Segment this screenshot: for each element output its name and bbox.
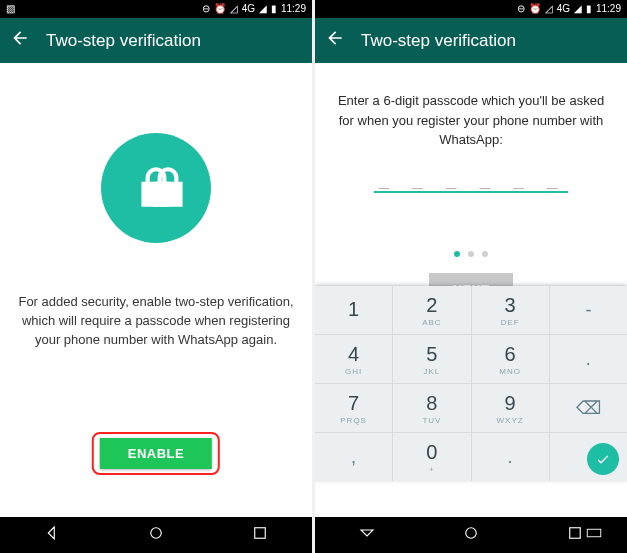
svg-point-2 — [466, 528, 477, 539]
battery-icon: ▮ — [586, 4, 592, 14]
title-bar: Two-step verification — [315, 18, 627, 63]
key-6[interactable]: 6MNO — [472, 335, 550, 383]
key-backspace[interactable]: ⌫ — [550, 384, 627, 432]
svg-point-0 — [151, 528, 162, 539]
signal-icon-2: ◢ — [259, 4, 267, 14]
nav-back-down-icon[interactable] — [338, 518, 396, 552]
passcode-input[interactable]: _ _ _ _ _ _ — [374, 168, 567, 193]
key-period[interactable]: . — [550, 335, 627, 383]
picture-icon: ▧ — [6, 4, 15, 14]
phone-screen-2: ⊖ ⏰ ◿ 4G ◢ ▮ 11:29 Two-step verification… — [315, 0, 627, 553]
android-nav-bar — [0, 517, 312, 553]
key-3[interactable]: 3DEF — [472, 286, 550, 334]
signal-icon: ◿ — [545, 4, 553, 14]
key-7[interactable]: 7PRQS — [315, 384, 393, 432]
svg-rect-4 — [587, 529, 601, 537]
signal-icon: ◿ — [230, 4, 238, 14]
numeric-keypad: 1 2ABC 3DEF - 4GHI 5JKL 6MNO . 7PRQS 8TU… — [315, 286, 627, 481]
step-dot-2 — [468, 251, 474, 257]
nav-home-icon[interactable] — [127, 518, 185, 552]
dnd-icon: ⊖ — [202, 4, 210, 14]
key-dash[interactable]: - — [550, 286, 627, 334]
step-dot-1 — [454, 251, 460, 257]
back-icon[interactable] — [10, 28, 30, 53]
network-label: 4G — [242, 4, 255, 14]
nav-recent-icon[interactable] — [231, 518, 289, 552]
lock-illustration — [101, 133, 211, 243]
nav-keyboard-icon[interactable] — [565, 518, 623, 552]
content-area: For added security, enable two-step veri… — [0, 63, 312, 517]
check-icon — [595, 451, 611, 467]
enable-button[interactable]: ENABLE — [100, 438, 212, 469]
title-bar: Two-step verification — [0, 18, 312, 63]
battery-icon: ▮ — [271, 4, 277, 14]
step-indicator — [454, 251, 488, 257]
status-bar: ⊖ ⏰ ◿ 4G ◢ ▮ 11:29 — [315, 0, 627, 18]
page-title: Two-step verification — [46, 31, 201, 51]
alarm-icon: ⏰ — [529, 4, 541, 14]
key-1[interactable]: 1 — [315, 286, 393, 334]
clock-label: 11:29 — [596, 4, 621, 14]
android-nav-bar — [315, 517, 627, 553]
dnd-icon: ⊖ — [517, 4, 525, 14]
status-bar: ▧ ⊖ ⏰ ◿ 4G ◢ ▮ 11:29 — [0, 0, 312, 18]
step-dot-3 — [482, 251, 488, 257]
key-2[interactable]: 2ABC — [393, 286, 471, 334]
key-8[interactable]: 8TUV — [393, 384, 471, 432]
network-label: 4G — [557, 4, 570, 14]
lock-shadow-icon — [143, 163, 193, 213]
svg-rect-1 — [255, 528, 266, 539]
key-comma[interactable]: , — [315, 433, 393, 481]
key-4[interactable]: 4GHI — [315, 335, 393, 383]
clock-label: 11:29 — [281, 4, 306, 14]
instruction-text: Enter a 6-digit passcode which you'll be… — [315, 91, 627, 150]
phone-screen-1: ▧ ⊖ ⏰ ◿ 4G ◢ ▮ 11:29 Two-step verificati… — [0, 0, 312, 553]
key-0[interactable]: 0+ — [393, 433, 471, 481]
key-9[interactable]: 9WXYZ — [472, 384, 550, 432]
nav-back-icon[interactable] — [23, 518, 81, 552]
nav-home-icon[interactable] — [442, 518, 500, 552]
key-5[interactable]: 5JKL — [393, 335, 471, 383]
alarm-icon: ⏰ — [214, 4, 226, 14]
content-area: Enter a 6-digit passcode which you'll be… — [315, 63, 627, 517]
signal-icon-2: ◢ — [574, 4, 582, 14]
back-icon[interactable] — [325, 28, 345, 53]
confirm-fab[interactable] — [587, 443, 619, 475]
description-text: For added security, enable two-step veri… — [0, 293, 312, 350]
key-dot[interactable]: . — [472, 433, 550, 481]
enable-highlight: ENABLE — [92, 432, 220, 475]
key-confirm[interactable] — [550, 433, 627, 481]
page-title: Two-step verification — [361, 31, 516, 51]
